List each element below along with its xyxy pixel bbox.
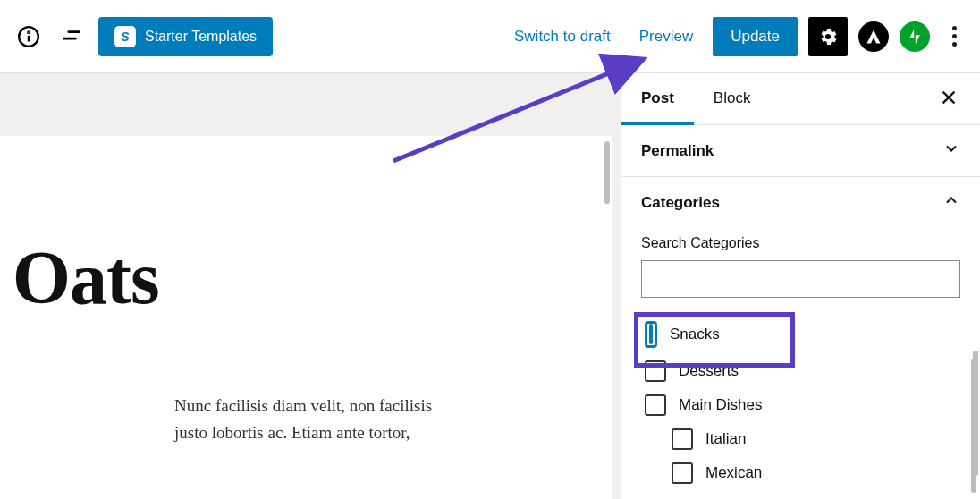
- categories-panel-body: Search Categories Snacks Desserts Main D…: [621, 228, 980, 499]
- search-categories-input[interactable]: [641, 260, 960, 298]
- category-list: Snacks Desserts Main Dishes Italian Mexi…: [641, 309, 960, 490]
- tab-block[interactable]: Block: [694, 73, 771, 125]
- category-label: Mexican: [705, 464, 762, 482]
- category-item-desserts[interactable]: Desserts: [641, 354, 960, 388]
- search-categories-label: Search Categories: [641, 235, 960, 251]
- category-item-mexican[interactable]: Mexican: [668, 456, 960, 490]
- switch-to-draft-button[interactable]: Switch to draft: [505, 21, 620, 53]
- checkbox[interactable]: [645, 360, 666, 382]
- post-title[interactable]: thy Oats: [0, 234, 612, 321]
- post-body-line: justo lobortis ac. Etiam ante tortor,: [174, 423, 410, 442]
- category-label: Desserts: [679, 362, 739, 380]
- chevron-down-icon: [942, 140, 960, 162]
- checkbox-highlight: [645, 321, 657, 348]
- chevron-up-icon: [942, 191, 960, 214]
- checkbox[interactable]: [645, 394, 666, 416]
- editor-canvas[interactable]: thy Oats Nunc facilisis diam velit, non …: [0, 136, 612, 499]
- category-label: Italian: [705, 430, 746, 448]
- preview-button[interactable]: Preview: [630, 21, 702, 53]
- tab-post[interactable]: Post: [621, 73, 694, 125]
- toolbar: S Starter Templates Switch to draft Prev…: [0, 0, 980, 73]
- svg-point-2: [28, 31, 29, 32]
- panel-categories[interactable]: Categories: [621, 177, 980, 228]
- more-options-button[interactable]: [941, 19, 967, 54]
- panel-permalink[interactable]: Permalink: [621, 125, 980, 177]
- checkbox[interactable]: [672, 428, 693, 450]
- close-sidebar-button[interactable]: [932, 80, 966, 118]
- settings-sidebar: Post Block Permalink Categories Search C…: [621, 73, 980, 499]
- astra-icon[interactable]: [858, 21, 889, 52]
- settings-button[interactable]: [808, 17, 848, 56]
- category-label: Snacks: [670, 326, 720, 343]
- category-item-snacks[interactable]: Snacks: [641, 309, 960, 354]
- starter-badge-icon: S: [114, 26, 136, 47]
- permalink-label: Permalink: [641, 142, 714, 160]
- main-area: thy Oats Nunc facilisis diam velit, non …: [0, 73, 980, 499]
- info-icon[interactable]: [13, 21, 45, 53]
- category-item-italian[interactable]: Italian: [668, 422, 960, 456]
- jetpack-icon[interactable]: [900, 21, 930, 52]
- editor-scrollbar[interactable]: [604, 141, 610, 204]
- checkbox[interactable]: [672, 462, 693, 484]
- gear-icon: [817, 26, 839, 47]
- category-item-main-dishes[interactable]: Main Dishes: [641, 388, 960, 422]
- post-body-line: Nunc facilisis diam velit, non facilisis: [174, 396, 432, 415]
- checkbox[interactable]: [649, 324, 653, 344]
- update-button[interactable]: Update: [713, 17, 798, 56]
- editor-canvas-wrap: thy Oats Nunc facilisis diam velit, non …: [0, 73, 621, 499]
- sidebar-tabs: Post Block: [621, 73, 980, 125]
- post-body[interactable]: Nunc facilisis diam velit, non facilisis…: [174, 393, 496, 447]
- list-view-icon[interactable]: [55, 21, 88, 53]
- categories-label: Categories: [641, 194, 720, 212]
- category-label: Main Dishes: [679, 396, 763, 414]
- starter-templates-label: Starter Templates: [145, 29, 257, 45]
- close-icon: [939, 88, 959, 107]
- starter-templates-button[interactable]: S Starter Templates: [98, 17, 273, 56]
- sidebar-scrollbar[interactable]: [973, 351, 978, 476]
